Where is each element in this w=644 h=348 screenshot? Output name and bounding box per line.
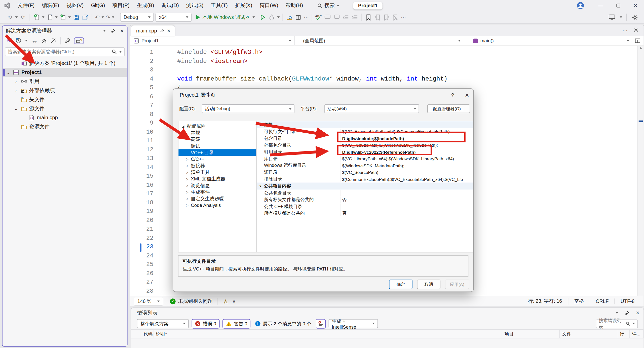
split-window-icon[interactable] [635,38,640,43]
solution-tree-item-3[interactable]: ›外部依赖项 [3,86,127,95]
scope-filter-dropdown[interactable]: 整个解决方案 [137,319,189,328]
grid-section-0[interactable]: ∨常规 [257,121,473,128]
grid-row-7[interactable]: 源目录$(VC_SourcePath); [257,169,473,176]
user-avatar[interactable] [577,2,584,9]
add-item-icon[interactable] [46,14,53,21]
dialog-close-icon[interactable]: ✕ [465,92,469,98]
grid-row-6[interactable]: Windows 运行库目录$(WindowsSDK_MetadataPath); [257,162,473,169]
column-header-0[interactable]: 代码 [141,330,153,338]
grid-row-4[interactable]: 引用目录D:\glfw\lib-vc2022;$(ReferencePath) [257,149,473,156]
tree-expander-icon[interactable]: ▷ [185,184,189,187]
menu-item-8[interactable]: 工具(T) [207,0,231,11]
dialog-tree-item-10[interactable]: ▷生成事件 [178,189,256,195]
property-value[interactable]: $(VC_SourcePath); [340,170,473,175]
panel-options-icon[interactable] [103,30,106,32]
encoding-mode[interactable]: UTF-8 [614,298,640,304]
property-value[interactable]: $(VC_LibraryPath_x64);$(WindowsSDK_Libra… [340,156,473,161]
add-project-dropdown[interactable] [68,16,71,18]
menu-item-11[interactable]: 帮助(H) [282,0,307,11]
dialog-tree-item-12[interactable]: ▷Code Analysis [178,202,256,208]
dialog-tree-item-4[interactable]: VC++ 目录 [178,149,256,156]
grid-row-5[interactable]: 库目录$(VC_LibraryPath_x64);$(WindowsSDK_Li… [257,156,473,162]
toolbar-overflow-icon[interactable]: ⋯ [304,14,309,20]
redo-dropdown[interactable] [112,16,115,18]
solution-tree-item-5[interactable]: ⌄源文件 [3,104,127,113]
dialog-tree-item-0[interactable]: ◢配置属性 [178,123,256,130]
hot-reload-icon[interactable] [268,14,275,21]
dialog-help-icon[interactable]: ? [451,92,454,98]
apply-button[interactable]: 应用(A) [445,280,469,289]
nav-project-dropdown[interactable]: ++ Project1 [130,36,295,45]
cancel-button[interactable]: 取消 [417,280,440,289]
dialog-tree-item-6[interactable]: ▷链接器 [178,162,256,169]
dialog-tree-item-11[interactable]: ▷自定义生成步骤 [178,195,256,202]
redo-icon[interactable]: ↷ [106,14,110,21]
configuration-combo[interactable]: Debug [120,13,154,22]
new-file-icon[interactable] [33,14,40,21]
dialog-tree-item-5[interactable]: ▷C/C++ [178,156,256,162]
property-value[interactable]: $(VC_ExecutablePath_x64);$(CommonExecuta… [340,129,473,134]
tree-expander-icon[interactable]: ◢ [181,124,185,128]
nav-scope-dropdown[interactable]: (全局范围) [295,36,464,45]
error-list-search-input[interactable]: 搜索错误列表 [596,319,638,328]
zoom-control[interactable]: 146 % [134,297,163,305]
column-severity-icon[interactable] [131,330,141,338]
pin-icon[interactable] [110,29,115,33]
decrease-indent-icon[interactable] [342,14,349,21]
solution-tree-item-1[interactable]: ⌄++Project1 [3,68,127,77]
properties-wrench-icon[interactable] [65,38,70,44]
increase-indent-icon[interactable] [351,14,358,21]
dialog-tree-item-1[interactable]: 常规 [178,130,256,136]
nav-symbol-dropdown[interactable]: main() [464,36,643,45]
grid-row-13[interactable]: 所有模块都是公共的否 [257,210,473,217]
clear-bookmarks-icon[interactable] [392,14,399,21]
menu-item-7[interactable]: 测试(S) [183,0,207,11]
add-project-icon[interactable] [59,14,66,21]
error-list-body[interactable] [131,338,643,348]
filter-dropdown[interactable] [25,40,28,42]
prev-bookmark-icon[interactable] [374,14,381,21]
code-line-2[interactable]: 2#include <iostream> [130,58,643,67]
code-line-3[interactable]: 3 [130,67,643,75]
dialog-tree-item-3[interactable]: 调试 [178,143,256,149]
minimize-button[interactable]: — [592,0,610,11]
preview-selected-items-icon[interactable] [51,38,57,44]
watch-window-icon[interactable] [295,14,302,21]
dialog-platform-dropdown[interactable]: 活动(x64) [324,104,419,113]
ok-button[interactable]: 确定 [389,280,412,289]
code-line-4[interactable]: 4void framebuffer_size_callback(GLFWwind… [130,75,643,84]
errors-filter-toggle[interactable]: 错误 0 [192,319,219,328]
tree-expander-icon[interactable]: ▷ [185,177,189,181]
editor-settings-icon[interactable] [633,27,639,33]
menu-item-3[interactable]: Git(G) [87,0,109,11]
spell-check-icon[interactable]: ABC [315,14,322,21]
property-value[interactable]: 否 [340,210,473,216]
property-value[interactable]: $(WindowsSDK_MetadataPath); [340,163,473,168]
live-share-dropdown[interactable] [620,16,622,18]
property-value[interactable]: $(VC_IncludePath);$(WindowsSDK_IncludePa… [340,143,473,148]
warnings-filter-toggle[interactable]: 警告 0 [222,319,250,328]
save-icon[interactable] [72,14,80,21]
toggle-bookmark-icon[interactable] [365,14,372,21]
grid-row-8[interactable]: 排除目录$(CommonExcludePath);$(VC_Executable… [257,176,473,183]
property-value[interactable]: $(CommonExcludePath);$(VC_ExecutablePath… [340,177,473,182]
grid-section-9[interactable]: ∨公共项目内容 [257,183,473,190]
messages-toggle[interactable] [316,319,326,328]
code-cleanup-broom-icon[interactable] [223,298,228,304]
property-value[interactable]: 否 [340,197,473,203]
document-health-indicator[interactable]: ✓ 未找到相关问题 [170,298,213,305]
caret-position[interactable]: 行: 23, 字符: 16 [522,298,568,305]
tree-expander-icon[interactable]: ▷ [185,197,189,201]
menu-item-9[interactable]: 扩展(X) [231,0,256,11]
close-panel-icon[interactable]: ✕ [636,310,639,316]
save-all-icon[interactable] [82,14,89,21]
code-line-1[interactable]: 1#include <GLFW/glfw3.h> [130,49,643,58]
column-header-2[interactable]: 项目 [502,330,560,338]
tree-chevron-icon[interactable]: › [14,79,19,84]
indentation-mode[interactable]: 空格 [568,298,590,305]
menu-item-6[interactable]: 调试(D) [158,0,183,11]
close-tab-icon[interactable]: ✕ [167,28,171,33]
cleanup-options-chevron[interactable]: ∧ [232,298,236,304]
platform-combo[interactable]: x64 [156,13,192,22]
search-options-chevron[interactable] [119,51,122,53]
